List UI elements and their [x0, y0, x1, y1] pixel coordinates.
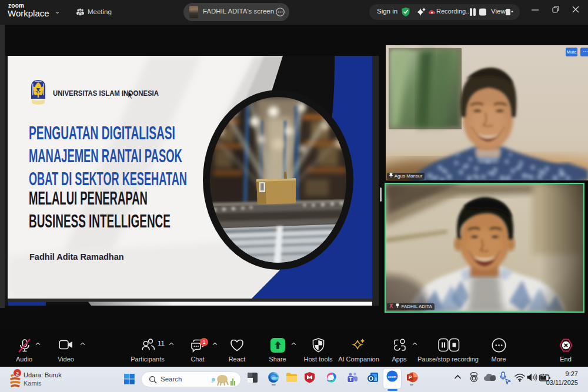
svg-text:P: P — [409, 374, 412, 380]
svg-text:Fadhil Adita Ramadhan: Fadhil Adita Ramadhan — [29, 252, 124, 262]
svg-text:MELALUI PENERAPAN: MELALUI PENERAPAN — [29, 188, 148, 208]
svg-text:PENGUATAN DIGITALISASI: PENGUATAN DIGITALISASI — [29, 123, 175, 143]
svg-text:BUSINESS INTELLIGENCE: BUSINESS INTELLIGENCE — [29, 211, 171, 231]
svg-text:zoom: zoom — [388, 375, 396, 378]
svg-text:MANAJEMEN RANTAI PASOK: MANAJEMEN RANTAI PASOK — [29, 145, 182, 165]
svg-text:UNIVERSITAS ISLAM INDONESIA: UNIVERSITAS ISLAM INDONESIA — [53, 89, 159, 98]
svg-text:OBAT DI SEKTOR KESEHATAN: OBAT DI SEKTOR KESEHATAN — [29, 168, 187, 188]
